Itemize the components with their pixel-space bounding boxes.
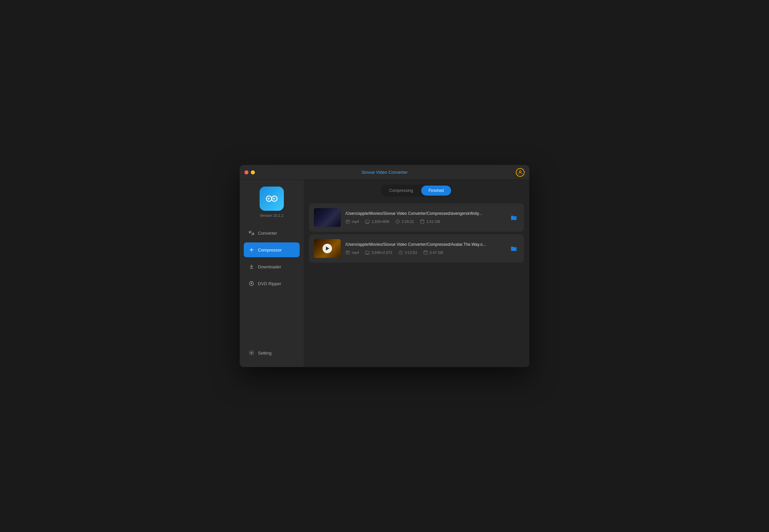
size-value: 1.51 GB xyxy=(426,220,440,224)
file-info: /Users/apple/Movies/Siovue Video Convert… xyxy=(345,242,504,255)
sidebar-item-downloader[interactable]: Downloader xyxy=(244,259,300,274)
setting-label: Setting xyxy=(258,351,271,356)
meta-duration: 3:12:53 xyxy=(398,250,417,255)
app-version: Version 10.1.1 xyxy=(260,213,283,218)
file-path: /Users/apple/Movies/Siovue Video Convert… xyxy=(345,242,504,247)
meta-size: 3.47 GB xyxy=(423,250,443,255)
file-meta: mp4 1,920×808 xyxy=(345,219,504,224)
svg-point-6 xyxy=(251,283,252,284)
dvd-ripper-icon xyxy=(248,280,255,287)
file-list: /Users/apple/Movies/Siovue Video Convert… xyxy=(304,201,529,367)
sidebar-item-converter[interactable]: Converter xyxy=(244,226,300,240)
resolution-value: 3,840×2,072 xyxy=(371,251,392,255)
minimize-button[interactable] xyxy=(251,170,255,174)
size-value: 3.47 GB xyxy=(430,251,443,255)
converter-label: Converter xyxy=(258,231,277,236)
resolution-icon xyxy=(365,219,370,224)
duration-icon xyxy=(395,219,400,224)
format-icon xyxy=(345,219,350,224)
profile-button[interactable] xyxy=(516,168,525,177)
duration-icon xyxy=(398,250,403,255)
open-folder-button[interactable] xyxy=(508,243,519,254)
duration-value: 2:29:21 xyxy=(402,220,414,224)
play-button[interactable] xyxy=(323,244,332,253)
tab-bar: Compressing Finished xyxy=(304,180,529,201)
setting-icon xyxy=(248,350,255,356)
open-folder-button[interactable] xyxy=(508,212,519,223)
resolution-icon xyxy=(365,250,370,255)
svg-point-8 xyxy=(251,352,252,354)
size-icon xyxy=(420,219,425,224)
meta-resolution: 3,840×2,072 xyxy=(365,250,392,255)
meta-resolution: 1,920×808 xyxy=(365,219,389,224)
compressor-label: Compressor xyxy=(258,247,282,253)
converter-icon xyxy=(248,230,255,236)
nav-items: Converter Compressor xyxy=(244,226,300,345)
main-content: Compressing Finished /Users/apple/Movies… xyxy=(304,180,529,367)
file-thumbnail xyxy=(314,208,341,227)
app-logo xyxy=(260,187,284,211)
meta-duration: 2:29:21 xyxy=(395,219,414,224)
file-info: /Users/apple/Movies/Siovue Video Convert… xyxy=(345,211,504,224)
svg-rect-10 xyxy=(366,220,370,223)
downloader-icon xyxy=(248,264,255,270)
meta-size: 1.51 GB xyxy=(420,219,440,224)
titlebar: Siovue Video Converter xyxy=(240,165,529,180)
file-item: /Users/apple/Movies/Siovue Video Convert… xyxy=(309,203,524,232)
file-path: /Users/apple/Movies/Siovue Video Convert… xyxy=(345,211,504,216)
svg-rect-13 xyxy=(366,251,370,254)
format-value: mp4 xyxy=(352,251,359,255)
close-button[interactable] xyxy=(244,170,248,174)
meta-format: mp4 xyxy=(345,219,359,224)
format-icon xyxy=(345,250,350,255)
file-meta: mp4 3,840×2,072 xyxy=(345,250,504,255)
nav-bottom: Setting xyxy=(244,345,300,360)
tab-compressing[interactable]: Compressing xyxy=(382,186,421,196)
tab-group: Compressing Finished xyxy=(381,185,452,197)
file-item: /Users/apple/Movies/Siovue Video Convert… xyxy=(309,234,524,263)
app-title: Siovue Video Converter xyxy=(361,170,407,175)
sidebar-item-dvd-ripper[interactable]: DVD Ripper xyxy=(244,276,300,291)
compressor-icon xyxy=(248,247,255,253)
size-icon xyxy=(423,250,428,255)
app-body: Version 10.1.1 Converter xyxy=(240,180,529,367)
tab-finished[interactable]: Finished xyxy=(421,186,451,196)
svg-point-0 xyxy=(519,170,521,172)
resolution-value: 1,920×808 xyxy=(371,220,389,224)
format-value: mp4 xyxy=(352,220,359,224)
meta-format: mp4 xyxy=(345,250,359,255)
duration-value: 3:12:53 xyxy=(405,251,417,255)
downloader-label: Downloader xyxy=(258,264,281,269)
file-thumbnail xyxy=(314,239,341,258)
app-window: Siovue Video Converter Version 10.1.1 xyxy=(240,165,529,367)
dvd-ripper-label: DVD Ripper xyxy=(258,281,281,286)
traffic-lights xyxy=(244,170,255,174)
sidebar: Version 10.1.1 Converter xyxy=(240,180,304,367)
sidebar-item-compressor[interactable]: Compressor xyxy=(244,242,300,257)
sidebar-item-setting[interactable]: Setting xyxy=(244,345,300,360)
